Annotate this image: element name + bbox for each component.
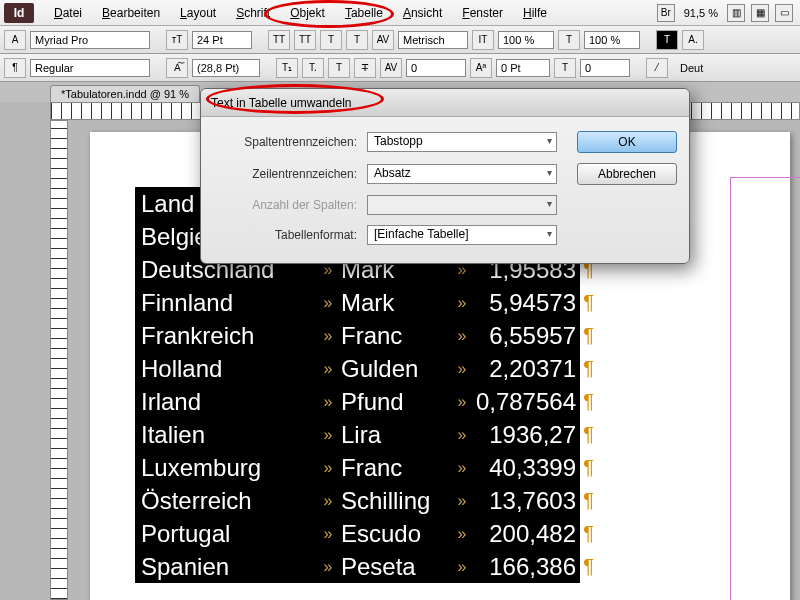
pilcrow-icon: ¶: [583, 423, 594, 446]
pilcrow-icon: ¶: [583, 357, 594, 380]
text-row: Spanien»Peseta»166,386¶: [135, 550, 580, 583]
convert-text-to-table-dialog: Text in Tabelle umwandeln Spaltentrennze…: [200, 88, 690, 264]
view-options-icon[interactable]: ▦: [751, 4, 769, 22]
text-frame-guide: [730, 177, 800, 600]
screen-mode-icon[interactable]: ▥: [727, 4, 745, 22]
tab-arrow-icon: »: [449, 360, 475, 378]
control-bar-2: ¶ Regular A͠ (28,8 Pt) T₁ T. T T̶ AV 0 A…: [0, 54, 800, 82]
tab-arrow-icon: »: [449, 459, 475, 477]
text-row: Irland»Pfund»0,787564¶: [135, 385, 580, 418]
pilcrow-icon: ¶: [583, 555, 594, 578]
tab-arrow-icon: »: [315, 393, 341, 411]
tab-arrow-icon: »: [449, 558, 475, 576]
subscript-icon[interactable]: T: [346, 30, 368, 50]
font-size-input[interactable]: 24 Pt: [192, 31, 252, 49]
tab-arrow-icon: »: [449, 525, 475, 543]
tab-arrow-icon: »: [315, 327, 341, 345]
superscript-icon[interactable]: T: [320, 30, 342, 50]
tableformat-select[interactable]: [Einfache Tabelle]: [367, 225, 557, 245]
tab-arrow-icon: »: [449, 393, 475, 411]
font-family-select[interactable]: Myriad Pro: [30, 31, 150, 49]
ok-button[interactable]: OK: [577, 131, 677, 153]
smallcaps-icon[interactable]: TT: [294, 30, 316, 50]
numcols-label: Anzahl der Spalten:: [217, 198, 357, 212]
tab-arrow-icon: »: [315, 360, 341, 378]
t1-icon[interactable]: T₁: [276, 58, 298, 78]
language-select[interactable]: Deut: [672, 62, 703, 74]
text-row: Italien»Lira»1936,27¶: [135, 418, 580, 451]
pilcrow-icon: ¶: [583, 456, 594, 479]
menu-fenster[interactable]: Fenster: [452, 3, 513, 23]
kerning-icon: AV: [372, 30, 394, 50]
skew-input[interactable]: 0: [580, 59, 630, 77]
menu-bar: Id Datei Bearbeiten Layout Schrift Objek…: [0, 0, 800, 26]
menu-hilfe[interactable]: Hilfe: [513, 3, 557, 23]
zoom-level[interactable]: 91,5 %: [678, 7, 724, 19]
pilcrow-icon: ¶: [583, 291, 594, 314]
tab-arrow-icon: »: [449, 426, 475, 444]
tab-arrow-icon: »: [315, 459, 341, 477]
menu-objekt[interactable]: Objekt: [280, 3, 335, 23]
menu-ansicht[interactable]: Ansicht: [393, 3, 452, 23]
tab-arrow-icon: »: [449, 492, 475, 510]
text-row: Luxemburg»Franc»40,3399¶: [135, 451, 580, 484]
menu-layout[interactable]: Layout: [170, 3, 226, 23]
leading-icon: A͠: [166, 58, 188, 78]
text-row: Frankreich»Franc»6,55957¶: [135, 319, 580, 352]
tracking-icon: AV: [380, 58, 402, 78]
leading-input[interactable]: (28,8 Pt): [192, 59, 260, 77]
stroke-t-icon[interactable]: ∕: [646, 58, 668, 78]
hscale-input[interactable]: 100 %: [584, 31, 640, 49]
char-style-icon[interactable]: A.: [682, 30, 704, 50]
row-sep-label: Zeilentrennzeichen:: [217, 167, 357, 181]
tableformat-label: Tabellenformat:: [217, 228, 357, 242]
tab-arrow-icon: »: [449, 294, 475, 312]
t4-icon[interactable]: T̶: [354, 58, 376, 78]
vscale-input[interactable]: 100 %: [498, 31, 554, 49]
t3-icon[interactable]: T: [328, 58, 350, 78]
document-tab[interactable]: *Tabulatoren.indd @ 91 %: [50, 85, 200, 102]
fill-t-icon[interactable]: T: [656, 30, 678, 50]
text-row: Finnland»Mark»5,94573¶: [135, 286, 580, 319]
col-sep-select[interactable]: Tabstopp: [367, 132, 557, 152]
font-size-icon: тТ: [166, 30, 188, 50]
dialog-title[interactable]: Text in Tabelle umwandeln: [201, 89, 689, 117]
menu-datei[interactable]: Datei: [44, 3, 92, 23]
arrange-icon[interactable]: ▭: [775, 4, 793, 22]
bridge-icon[interactable]: Br: [657, 4, 675, 22]
tab-arrow-icon: »: [449, 327, 475, 345]
pilcrow-icon: ¶: [583, 522, 594, 545]
tab-arrow-icon: »: [315, 558, 341, 576]
text-row: Portugal»Escudo»200,482¶: [135, 517, 580, 550]
t2-icon[interactable]: T.: [302, 58, 324, 78]
vscale-icon: IT: [472, 30, 494, 50]
baseline-icon: Aª: [470, 58, 492, 78]
font-style-select[interactable]: Regular: [30, 59, 150, 77]
tab-arrow-icon: »: [315, 294, 341, 312]
cancel-button[interactable]: Abbrechen: [577, 163, 677, 185]
row-sep-select[interactable]: Absatz: [367, 164, 557, 184]
paragraph-format-icon[interactable]: ¶: [4, 58, 26, 78]
text-row: Holland»Gulden»2,20371¶: [135, 352, 580, 385]
numcols-input: [367, 195, 557, 215]
allcaps-icon[interactable]: TT: [268, 30, 290, 50]
app-logo-icon: Id: [4, 3, 34, 23]
pilcrow-icon: ¶: [583, 489, 594, 512]
tab-arrow-icon: »: [315, 525, 341, 543]
tab-arrow-icon: »: [315, 426, 341, 444]
hscale-icon: T: [558, 30, 580, 50]
menu-bearbeiten[interactable]: Bearbeiten: [92, 3, 170, 23]
col-sep-label: Spaltentrennzeichen:: [217, 135, 357, 149]
pilcrow-icon: ¶: [583, 390, 594, 413]
skew-icon: T: [554, 58, 576, 78]
text-row: Österreich»Schilling»13,7603¶: [135, 484, 580, 517]
menu-tabelle[interactable]: Tabelle: [335, 3, 393, 23]
kerning-select[interactable]: Metrisch: [398, 31, 468, 49]
character-format-icon[interactable]: A: [4, 30, 26, 50]
menu-schrift[interactable]: Schrift: [226, 3, 280, 23]
control-bar-1: A Myriad Pro тТ 24 Pt TT TT T T AV Metri…: [0, 26, 800, 54]
pilcrow-icon: ¶: [583, 324, 594, 347]
baseline-input[interactable]: 0 Pt: [496, 59, 550, 77]
tracking-input[interactable]: 0: [406, 59, 466, 77]
vertical-ruler[interactable]: [50, 120, 68, 600]
